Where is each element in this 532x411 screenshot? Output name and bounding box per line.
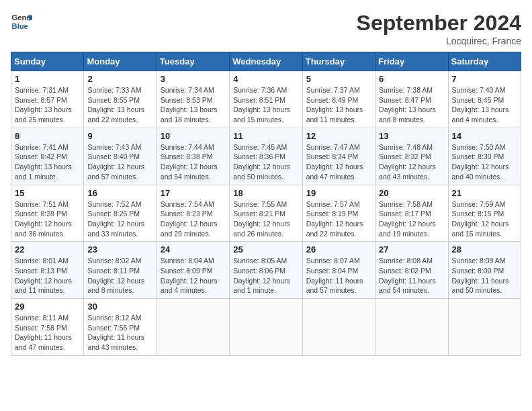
calendar-table: Sunday Monday Tuesday Wednesday Thursday…: [11, 52, 521, 356]
day-21: 21 Sunrise: 7:59 AMSunset: 8:15 PMDaylig…: [448, 185, 521, 242]
day-13: 13 Sunrise: 7:48 AMSunset: 8:32 PMDaylig…: [375, 128, 448, 185]
day-26: 26 Sunrise: 8:07 AMSunset: 8:04 PMDaylig…: [302, 242, 375, 299]
location: Locquirec, France: [357, 36, 521, 46]
day-9: 9 Sunrise: 7:43 AMSunset: 8:40 PMDayligh…: [84, 128, 157, 185]
col-friday: Friday: [375, 52, 448, 71]
title-block: September 2024 Locquirec, France: [357, 11, 521, 46]
day-6: 6 Sunrise: 7:38 AMSunset: 8:47 PMDayligh…: [375, 71, 448, 128]
col-wednesday: Wednesday: [230, 52, 302, 71]
month-title: September 2024: [357, 11, 521, 36]
day-25: 25 Sunrise: 8:05 AMSunset: 8:06 PMDaylig…: [230, 242, 302, 299]
day-7: 7 Sunrise: 7:40 AMSunset: 8:45 PMDayligh…: [448, 71, 521, 128]
day-1: 1 Sunrise: 7:31 AMSunset: 8:57 PMDayligh…: [11, 71, 84, 128]
col-thursday: Thursday: [302, 52, 375, 71]
empty-cell-5: [448, 299, 521, 356]
col-tuesday: Tuesday: [157, 52, 229, 71]
col-sunday: Sunday: [11, 52, 84, 71]
empty-cell-4: [375, 299, 448, 356]
svg-text:Blue: Blue: [12, 22, 28, 30]
day-10: 10 Sunrise: 7:44 AMSunset: 8:38 PMDaylig…: [157, 128, 229, 185]
day-16: 16 Sunrise: 7:52 AMSunset: 8:26 PMDaylig…: [84, 185, 157, 242]
day-15: 15 Sunrise: 7:51 AMSunset: 8:28 PMDaylig…: [11, 185, 84, 242]
day-22: 22 Sunrise: 8:01 AMSunset: 8:13 PMDaylig…: [11, 242, 84, 299]
day-11: 11 Sunrise: 7:45 AMSunset: 8:36 PMDaylig…: [230, 128, 302, 185]
day-17: 17 Sunrise: 7:54 AMSunset: 8:23 PMDaylig…: [157, 185, 229, 242]
day-3: 3 Sunrise: 7:34 AMSunset: 8:53 PMDayligh…: [157, 71, 229, 128]
empty-cell-3: [302, 299, 375, 356]
col-monday: Monday: [84, 52, 157, 71]
day-8: 8 Sunrise: 7:41 AMSunset: 8:42 PMDayligh…: [11, 128, 84, 185]
day-19: 19 Sunrise: 7:57 AMSunset: 8:19 PMDaylig…: [302, 185, 375, 242]
day-4: 4 Sunrise: 7:36 AMSunset: 8:51 PMDayligh…: [230, 71, 302, 128]
day-27: 27 Sunrise: 8:08 AMSunset: 8:02 PMDaylig…: [375, 242, 448, 299]
logo: General Blue: [11, 11, 32, 32]
day-5: 5 Sunrise: 7:37 AMSunset: 8:49 PMDayligh…: [302, 71, 375, 128]
day-18: 18 Sunrise: 7:55 AMSunset: 8:21 PMDaylig…: [230, 185, 302, 242]
day-23: 23 Sunrise: 8:02 AMSunset: 8:11 PMDaylig…: [84, 242, 157, 299]
day-28: 28 Sunrise: 8:09 AMSunset: 8:00 PMDaylig…: [448, 242, 521, 299]
logo-icon: General Blue: [11, 11, 32, 32]
empty-cell-1: [157, 299, 229, 356]
day-24: 24 Sunrise: 8:04 AMSunset: 8:09 PMDaylig…: [157, 242, 229, 299]
day-29: 29 Sunrise: 8:11 AMSunset: 7:58 PMDaylig…: [11, 299, 84, 356]
col-saturday: Saturday: [448, 52, 521, 71]
day-30: 30 Sunrise: 8:12 AMSunset: 7:56 PMDaylig…: [84, 299, 157, 356]
day-20: 20 Sunrise: 7:58 AMSunset: 8:17 PMDaylig…: [375, 185, 448, 242]
empty-cell-2: [230, 299, 302, 356]
day-12: 12 Sunrise: 7:47 AMSunset: 8:34 PMDaylig…: [302, 128, 375, 185]
day-2: 2 Sunrise: 7:33 AMSunset: 8:55 PMDayligh…: [84, 71, 157, 128]
day-14: 14 Sunrise: 7:50 AMSunset: 8:30 PMDaylig…: [448, 128, 521, 185]
page-header: General Blue September 2024 Locquirec, F…: [11, 11, 521, 46]
